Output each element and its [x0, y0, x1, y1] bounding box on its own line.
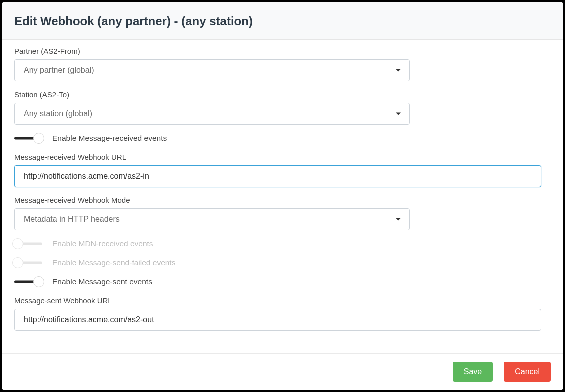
toggle-label-msg-send-failed: Enable Message-send-failed events [52, 258, 175, 267]
partner-select-value: Any partner (global) [24, 66, 94, 75]
toggle-label-mdn-received: Enable MDN-received events [52, 239, 153, 248]
toggle-label-msg-received: Enable Message-received events [52, 134, 167, 143]
msg-received-url-label: Message-received Webhook URL [14, 153, 551, 161]
modal-footer: Save Cancel [2, 353, 563, 390]
station-select[interactable]: Any station (global) [14, 103, 410, 125]
field-partner: Partner (AS2-From) Any partner (global) [14, 47, 551, 81]
msg-sent-url-label: Message-sent Webhook URL [14, 296, 551, 305]
toggle-row-msg-received: Enable Message-received events [14, 134, 551, 143]
msg-received-mode-value: Metadata in HTTP headers [24, 215, 120, 224]
msg-received-mode-select[interactable]: Metadata in HTTP headers [14, 208, 410, 230]
field-msg-sent-url: Message-sent Webhook URL [14, 296, 551, 331]
toggle-enable-msg-sent[interactable] [14, 281, 42, 283]
modal-body-scroll[interactable]: Partner (AS2-From) Any partner (global) … [2, 40, 563, 353]
toggle-enable-msg-received[interactable] [14, 137, 42, 139]
station-label: Station (AS2-To) [14, 90, 551, 99]
toggle-enable-msg-send-failed[interactable] [14, 262, 42, 264]
msg-received-mode-label: Message-received Webhook Mode [14, 196, 551, 204]
toggle-label-msg-sent: Enable Message-sent events [52, 277, 152, 286]
edit-webhook-modal: Edit Webhook (any partner) - (any statio… [2, 2, 563, 390]
toggle-enable-mdn-received[interactable] [14, 243, 42, 245]
msg-sent-url-input[interactable] [14, 309, 541, 331]
toggle-row-msg-sent: Enable Message-sent events [14, 277, 551, 286]
toggle-row-msg-send-failed: Enable Message-send-failed events [14, 258, 551, 267]
field-msg-received-mode: Message-received Webhook Mode Metadata i… [14, 196, 551, 230]
msg-received-url-input[interactable] [14, 165, 541, 187]
chevron-down-icon [396, 218, 401, 221]
chevron-down-icon [396, 113, 401, 115]
field-station: Station (AS2-To) Any station (global) [14, 90, 551, 125]
toggle-row-mdn-received: Enable MDN-received events [14, 239, 551, 248]
chevron-down-icon [396, 69, 401, 72]
form-body: Partner (AS2-From) Any partner (global) … [2, 40, 563, 350]
field-msg-received-url: Message-received Webhook URL [14, 153, 551, 187]
modal-title: Edit Webhook (any partner) - (any statio… [14, 14, 551, 28]
partner-label: Partner (AS2-From) [14, 47, 551, 55]
modal-header: Edit Webhook (any partner) - (any statio… [2, 2, 563, 40]
save-button[interactable]: Save [453, 362, 493, 382]
cancel-button[interactable]: Cancel [504, 362, 551, 382]
station-select-value: Any station (global) [24, 109, 92, 118]
partner-select[interactable]: Any partner (global) [14, 59, 410, 81]
